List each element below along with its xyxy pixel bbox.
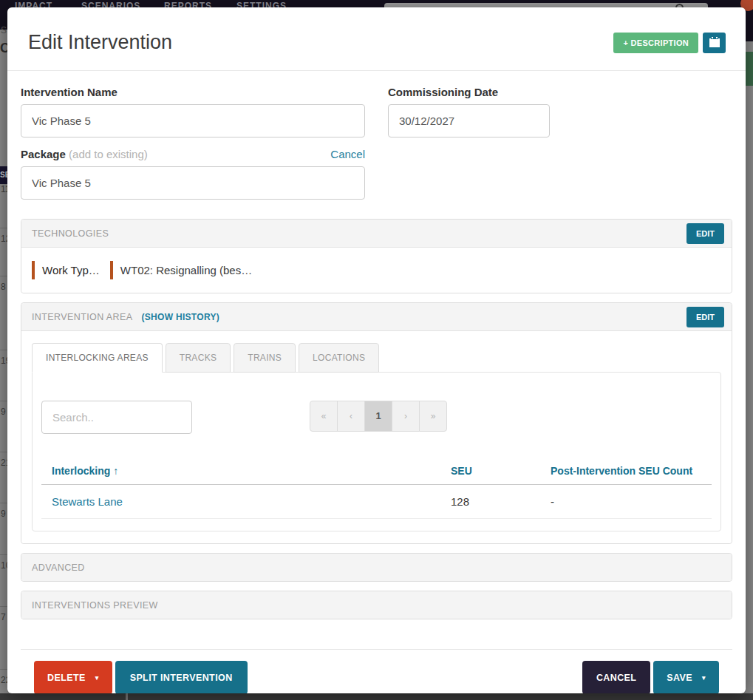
intervention-area-panel: INTERVENTION AREA (SHOW HISTORY) EDIT IN… (21, 302, 732, 544)
interlocking-search-input[interactable] (41, 401, 192, 434)
intervention-area-tabs: INTERLOCKING AREAS TRACKS TRAINS LOCATIO… (32, 343, 721, 372)
pagination-last-button[interactable]: » (419, 401, 447, 432)
split-intervention-button[interactable]: SPLIT INTERVENTION (115, 661, 248, 693)
advanced-panel: ADVANCED (21, 553, 732, 582)
intervention-area-body: INTERLOCKING AREAS TRACKS TRAINS LOCATIO… (21, 330, 732, 543)
modal-header: Edit Intervention + DESCRIPTION (7, 7, 746, 71)
advanced-header[interactable]: ADVANCED (21, 554, 732, 581)
edit-intervention-modal: Edit Intervention + DESCRIPTION Interven… (7, 7, 746, 693)
pagination-next-button[interactable]: › (392, 401, 420, 432)
interlocking-link-stewarts-lane[interactable]: Stewarts Lane (52, 495, 123, 508)
table-row: Stewarts Lane 128 - (41, 485, 712, 519)
technologies-edit-button[interactable]: EDIT (686, 223, 724, 244)
modal-body: Intervention Name Commissioning Date Pac… (7, 71, 746, 693)
calendar-icon (709, 37, 720, 50)
technologies-title: TECHNOLOGIES (32, 228, 109, 239)
commissioning-date-group: Commissioning Date (388, 86, 550, 137)
tab-tracks[interactable]: TRACKS (166, 343, 231, 373)
intervention-name-group: Intervention Name (21, 86, 365, 137)
intervention-area-edit-button[interactable]: EDIT (686, 307, 724, 327)
column-header-interlocking[interactable]: Interlocking↑ (41, 458, 440, 485)
package-hint: (add to existing) (69, 148, 148, 160)
background-row-line (0, 228, 7, 228)
interventions-preview-header[interactable]: INTERVENTIONS PREVIEW (21, 591, 732, 619)
intervention-name-label: Intervention Name (21, 86, 365, 98)
background-row-line (0, 503, 7, 503)
interlocking-areas-tab-content: « ‹ 1 › » Interlocking↑ (32, 372, 721, 531)
background-row-line (0, 452, 7, 452)
background-footer-notch (126, 693, 128, 700)
pagination-page-1[interactable]: 1 (364, 401, 392, 432)
caret-down-icon: ▾ (95, 674, 99, 682)
background-row-line (0, 606, 7, 607)
intervention-area-title: INTERVENTION AREA (32, 312, 132, 322)
intervention-area-header[interactable]: INTERVENTION AREA (SHOW HISTORY) EDIT (21, 303, 732, 330)
interlocking-table: Interlocking↑ SEU Post-Intervention SEU … (41, 458, 712, 519)
delete-button[interactable]: DELETE▾ (34, 661, 112, 693)
background-row-line (0, 669, 7, 670)
background-row-line (0, 350, 7, 350)
interventions-preview-title: INTERVENTIONS PREVIEW (32, 600, 158, 611)
commissioning-date-label: Commissioning Date (388, 86, 550, 98)
package-label: Package (add to existing) (21, 148, 148, 160)
column-header-post-seu[interactable]: Post-Intervention SEU Count (540, 458, 712, 485)
seu-value: 128 (440, 485, 540, 519)
package-cancel-link[interactable]: Cancel (330, 148, 365, 160)
pagination-first-button[interactable]: « (310, 401, 338, 432)
background-text: S (1, 25, 7, 35)
package-input[interactable] (21, 166, 365, 200)
form-row-top: Intervention Name Commissioning Date (21, 86, 732, 137)
package-group: Package (add to existing) Cancel (21, 148, 365, 200)
advanced-title: ADVANCED (32, 563, 85, 573)
modal-footer: DELETE▾ SPLIT INTERVENTION CANCEL SAVE▾ (21, 649, 732, 693)
background-row-line (0, 276, 7, 276)
background-row-line (0, 401, 7, 401)
cancel-button[interactable]: CANCEL (582, 661, 650, 693)
background-row-number: 9 (1, 407, 6, 417)
post-seu-value: - (540, 485, 712, 519)
show-history-link[interactable]: (SHOW HISTORY) (141, 312, 219, 322)
sort-ascending-icon: ↑ (113, 465, 118, 477)
pagination: « ‹ 1 › » (310, 401, 447, 432)
header-actions: + DESCRIPTION (613, 33, 726, 53)
tab-trains[interactable]: TRAINS (234, 343, 296, 373)
intervention-name-input[interactable] (21, 104, 365, 137)
tab-interlocking-areas[interactable]: INTERLOCKING AREAS (32, 343, 163, 373)
technologies-header[interactable]: TECHNOLOGIES EDIT (21, 220, 732, 247)
technology-chip: Work Typ… (32, 261, 100, 279)
background-row-number: 7 (1, 612, 6, 622)
column-header-seu[interactable]: SEU (440, 458, 540, 485)
technologies-panel: TECHNOLOGIES EDIT Work Typ… WT02: Resign… (21, 219, 732, 293)
pagination-prev-button[interactable]: ‹ (337, 401, 365, 432)
technology-chip: WT02: Resignalling (bes… (110, 261, 252, 279)
background-green-button (746, 52, 753, 86)
calendar-button[interactable] (703, 33, 726, 53)
technologies-body: Work Typ… WT02: Resignalling (bes… (21, 247, 732, 293)
add-description-button[interactable]: + DESCRIPTION (613, 33, 698, 53)
interventions-preview-panel: INTERVENTIONS PREVIEW (21, 591, 732, 619)
background-row-number: 9 (1, 509, 6, 519)
commissioning-date-input[interactable] (388, 104, 550, 137)
save-button[interactable]: SAVE▾ (653, 661, 719, 693)
tab-locations[interactable]: LOCATIONS (299, 343, 379, 373)
caret-down-icon: ▾ (702, 674, 706, 682)
background-footer (0, 693, 753, 700)
background-row-number: 8 (1, 282, 6, 292)
background-row-line (0, 554, 7, 555)
